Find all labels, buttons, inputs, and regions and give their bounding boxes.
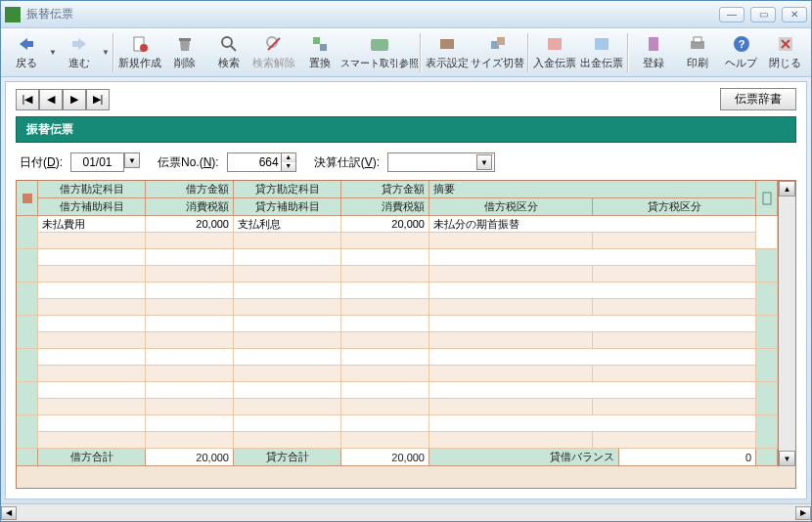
window-title: 振替伝票	[26, 6, 719, 22]
grid-footer: 借方合計 20,000 貸方合計 20,000 貸借バランス 0	[17, 449, 778, 466]
replace-button[interactable]: 置換	[298, 30, 341, 75]
horizontal-scrollbar[interactable]: ◀ ▶	[1, 503, 811, 521]
col-debit-tax-class: 借方税区分	[429, 198, 593, 216]
slip-no-spinner[interactable]: ▲▼	[282, 152, 296, 172]
maximize-button[interactable]: ▭	[750, 7, 776, 22]
slip-dictionary-button[interactable]: 伝票辞書	[720, 88, 796, 110]
new-button[interactable]: 新規作成	[117, 30, 162, 75]
cell-credit-tax-class[interactable]	[593, 233, 756, 249]
cell-credit-amount[interactable]: 20,000	[341, 216, 429, 233]
grid-header-row1: 借方勘定科目 借方金額 貸方勘定科目 貸方金額 摘要 借方補助科目 消費税額 貸…	[17, 181, 778, 216]
cell-debit-amount[interactable]: 20,000	[146, 216, 234, 233]
col-credit-sub: 貸方補助科目	[234, 198, 341, 216]
forward-dropdown[interactable]: ▼	[102, 48, 110, 57]
footer-credit-total: 20,000	[341, 449, 429, 466]
row-handle-header	[17, 181, 38, 216]
svg-point-5	[222, 37, 232, 47]
date-label: 日付(D):	[20, 154, 63, 171]
scroll-track[interactable]	[779, 196, 795, 451]
cell-credit-sub[interactable]	[234, 233, 341, 249]
cell-credit-tax-amt[interactable]	[341, 233, 429, 249]
closing-dropdown-button[interactable]: ▼	[476, 154, 492, 170]
forward-button[interactable]: 進む	[58, 30, 101, 75]
nav-row: |◀ ◀ ▶ ▶| 伝票辞書	[16, 88, 796, 110]
print-button[interactable]: 印刷	[676, 30, 719, 75]
close-icon	[776, 34, 795, 54]
svg-rect-16	[595, 38, 609, 50]
scroll-up-button[interactable]: ▲	[779, 181, 795, 196]
clear-search-button[interactable]: 検索解除	[251, 30, 296, 75]
cell-debit-tax-class[interactable]	[429, 233, 593, 249]
help-button[interactable]: ? ヘルプ	[720, 30, 763, 75]
form-row: 日付(D): ▼ 伝票No.(N): ▲▼ 決算仕訳(V): ▼	[16, 143, 796, 180]
svg-line-6	[231, 46, 236, 51]
back-button[interactable]: 戻る	[5, 30, 48, 75]
table-row-empty[interactable]	[17, 382, 778, 415]
titlebar: 振替伝票 — ▭ ✕	[1, 1, 811, 28]
footer-balance: 0	[619, 449, 756, 466]
scroll-right-button[interactable]: ▶	[795, 506, 811, 520]
print-icon	[688, 34, 707, 54]
close-button[interactable]: ✕	[782, 7, 807, 22]
content-area: |◀ ◀ ▶ ▶| 伝票辞書 振替伝票 日付(D): ▼ 伝票No.(N): ▲…	[5, 81, 807, 500]
cell-debit-account[interactable]: 未払費用	[38, 216, 146, 233]
footer-debit-total: 20,000	[146, 449, 234, 466]
new-icon	[130, 34, 150, 54]
svg-rect-11	[371, 39, 388, 51]
window-controls: — ▭ ✕	[719, 7, 807, 22]
cell-summary[interactable]: 未払分の期首振替	[429, 216, 756, 233]
scroll-left-button[interactable]: ◀	[1, 506, 17, 520]
svg-rect-26	[763, 193, 771, 204]
section-title: 振替伝票	[16, 116, 796, 143]
toolbar-close-button[interactable]: 閉じる	[764, 30, 807, 75]
svg-marker-1	[72, 38, 86, 50]
search-button[interactable]: 検索	[207, 30, 250, 75]
table-row-empty[interactable]	[17, 283, 778, 316]
size-switch-icon	[488, 34, 508, 54]
help-icon: ?	[732, 34, 751, 54]
cell-attach[interactable]	[756, 216, 778, 249]
col-credit-tax-class: 貸方税区分	[593, 198, 756, 216]
table-row-empty[interactable]	[17, 349, 778, 382]
display-settings-icon	[437, 34, 457, 54]
col-debit-account: 借方勘定科目	[38, 181, 146, 198]
next-record-button[interactable]: ▶	[63, 89, 86, 110]
smart-ref-icon	[370, 35, 389, 55]
svg-text:?: ?	[739, 38, 745, 50]
cell-credit-account[interactable]: 支払利息	[234, 216, 341, 233]
delete-button[interactable]: 削除	[163, 30, 206, 75]
table-row-empty[interactable]	[17, 415, 778, 449]
table-row-empty[interactable]	[17, 316, 778, 349]
table-row[interactable]: 未払費用 20,000 支払利息 20,000 未払分の期首振替	[17, 216, 778, 249]
journal-grid: 借方勘定科目 借方金額 貸方勘定科目 貸方金額 摘要 借方補助科目 消費税額 貸…	[16, 180, 796, 489]
date-dropdown-button[interactable]: ▼	[124, 152, 140, 168]
deposit-slip-button[interactable]: 入金伝票	[532, 30, 577, 75]
svg-rect-9	[313, 37, 320, 44]
table-row-empty[interactable]	[17, 249, 778, 283]
slip-no-input[interactable]	[227, 152, 282, 172]
size-switch-button[interactable]: サイズ切替	[471, 30, 524, 75]
scroll-down-button[interactable]: ▼	[779, 451, 795, 466]
withdraw-slip-button[interactable]: 出金伝票	[579, 30, 624, 75]
display-settings-button[interactable]: 表示設定	[425, 30, 470, 75]
first-record-button[interactable]: |◀	[16, 89, 39, 110]
last-record-button[interactable]: ▶|	[86, 89, 110, 110]
minimize-button[interactable]: —	[719, 7, 744, 22]
col-debit-tax-amt: 消費税額	[146, 198, 234, 216]
row-handle[interactable]	[17, 216, 38, 249]
closing-select[interactable]: ▼	[387, 152, 495, 172]
back-dropdown[interactable]: ▼	[49, 48, 57, 57]
prev-record-button[interactable]: ◀	[39, 89, 63, 110]
svg-rect-17	[649, 37, 658, 51]
search-icon	[219, 34, 239, 54]
vertical-scrollbar[interactable]: ▲ ▼	[778, 181, 795, 466]
closing-label: 決算仕訳(V):	[314, 154, 380, 171]
smart-ref-button[interactable]: スマート取引参照	[342, 30, 417, 75]
cell-debit-sub[interactable]	[38, 233, 146, 249]
cell-debit-tax-amt[interactable]	[146, 233, 234, 249]
register-icon	[644, 34, 663, 54]
date-input[interactable]	[70, 152, 124, 172]
forward-icon	[69, 34, 89, 54]
register-button[interactable]: 登録	[632, 30, 675, 75]
clear-search-icon	[264, 34, 284, 54]
